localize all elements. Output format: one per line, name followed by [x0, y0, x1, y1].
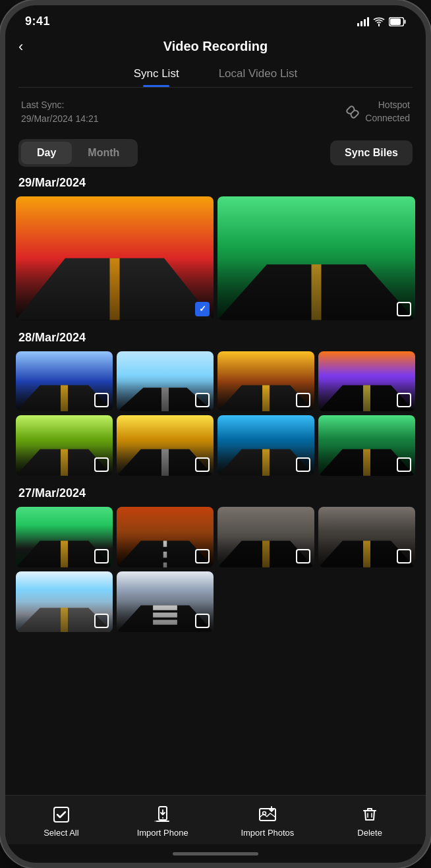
bottom-spacer: [16, 643, 415, 653]
select-all-label: Select All: [43, 828, 78, 838]
photo-item[interactable]: [16, 415, 113, 476]
bottom-toolbar: Select All Import Phone: [5, 795, 426, 844]
page-title: Video Recording: [163, 39, 268, 54]
photo-checkbox[interactable]: [195, 457, 210, 472]
delete-label: Delete: [357, 828, 382, 838]
tab-local-video[interactable]: Local Video List: [219, 67, 298, 87]
photo-checkbox[interactable]: [296, 549, 310, 564]
svg-rect-53: [54, 807, 69, 822]
home-bar: [173, 852, 258, 855]
tab-sync-list[interactable]: Sync List: [134, 67, 179, 87]
photo-item[interactable]: [217, 415, 314, 476]
sync-files-button[interactable]: Sync Biles: [330, 140, 413, 165]
photo-checkbox[interactable]: [94, 457, 109, 472]
last-sync-text: Last Sync:29/Mar/2024 14:21: [21, 98, 99, 126]
date-section-28mar: 28/Mar/2024: [16, 331, 415, 477]
trash-icon: [360, 805, 380, 825]
photo-item[interactable]: [16, 571, 113, 632]
import-phone-icon: [153, 805, 173, 825]
date-section-29mar: 29/Mar/2024: [16, 176, 415, 320]
photo-item[interactable]: [16, 196, 214, 320]
photo-item[interactable]: [117, 415, 214, 476]
import-photos-icon: [258, 805, 277, 825]
signal-icon: [357, 17, 369, 26]
wifi-icon: [373, 17, 385, 26]
status-time: 9:41: [25, 14, 50, 28]
import-phone-label: Import Phone: [137, 828, 188, 838]
photo-checkbox[interactable]: [397, 393, 411, 407]
photo-checkbox[interactable]: [94, 614, 109, 628]
svg-rect-2: [390, 18, 401, 25]
status-bar: 9:41: [5, 5, 426, 34]
phone-inner: 9:41: [5, 5, 426, 863]
photo-checkbox[interactable]: [397, 457, 411, 472]
tabs-container: Sync List Local Video List: [5, 62, 426, 87]
photo-checkbox[interactable]: [94, 549, 109, 564]
date-label-29mar: 29/Mar/2024: [16, 176, 415, 190]
photo-checkbox[interactable]: [94, 393, 109, 407]
day-month-toggle: Day Month: [18, 139, 138, 167]
delete-button[interactable]: Delete: [347, 805, 393, 838]
battery-icon: [389, 17, 406, 26]
photo-checkbox[interactable]: [397, 302, 411, 316]
photo-item[interactable]: [217, 351, 314, 412]
select-all-icon: [51, 805, 71, 825]
photo-checkbox[interactable]: [195, 614, 210, 628]
photo-checkbox[interactable]: [296, 393, 310, 407]
photo-item[interactable]: [117, 351, 214, 412]
status-icons: [357, 17, 406, 26]
content-scroll[interactable]: 29/Mar/2024: [5, 176, 426, 795]
sync-info: Last Sync:29/Mar/2024 14:21 HotspotConne…: [5, 88, 426, 134]
photo-item[interactable]: [318, 507, 415, 567]
import-photos-button[interactable]: Import Photos: [241, 805, 294, 838]
photo-checkbox[interactable]: [296, 457, 310, 472]
photo-item[interactable]: [217, 507, 314, 567]
photo-item[interactable]: [117, 507, 214, 567]
svg-line-3: [351, 110, 355, 114]
month-toggle[interactable]: Month: [72, 142, 135, 164]
header: ‹ Video Recording: [5, 34, 426, 62]
photo-grid-29mar: [16, 196, 415, 320]
date-label-28mar: 28/Mar/2024: [16, 331, 415, 345]
home-indicator: [5, 844, 426, 863]
import-phone-button[interactable]: Import Phone: [137, 805, 188, 838]
date-section-27mar: 27/Mar/2024: [16, 486, 415, 632]
photo-grid-27mar: [16, 507, 415, 632]
select-all-button[interactable]: Select All: [38, 805, 84, 838]
photo-item[interactable]: [16, 351, 113, 412]
photo-item[interactable]: [318, 415, 415, 476]
photo-checkbox[interactable]: [195, 549, 210, 564]
photo-checkbox[interactable]: [195, 302, 210, 316]
svg-rect-1: [405, 20, 406, 24]
photo-item[interactable]: [217, 196, 415, 320]
phone-frame: 9:41: [0, 0, 431, 868]
svg-point-55: [162, 817, 163, 819]
day-toggle[interactable]: Day: [21, 142, 72, 164]
hotspot-info: HotspotConnected: [345, 99, 410, 125]
back-button[interactable]: ‹: [18, 38, 23, 55]
photo-checkbox[interactable]: [195, 393, 210, 407]
photo-item[interactable]: [117, 571, 214, 632]
import-photos-label: Import Photos: [241, 828, 294, 838]
photo-checkbox[interactable]: [397, 549, 411, 564]
photo-grid-28mar: [16, 351, 415, 477]
filter-row: Day Month Sync Biles: [5, 134, 426, 176]
photo-item[interactable]: [318, 351, 415, 412]
photo-item[interactable]: [16, 507, 113, 567]
link-icon: [345, 105, 360, 119]
hotspot-text: HotspotConnected: [365, 99, 410, 125]
date-label-27mar: 27/Mar/2024: [16, 486, 415, 500]
